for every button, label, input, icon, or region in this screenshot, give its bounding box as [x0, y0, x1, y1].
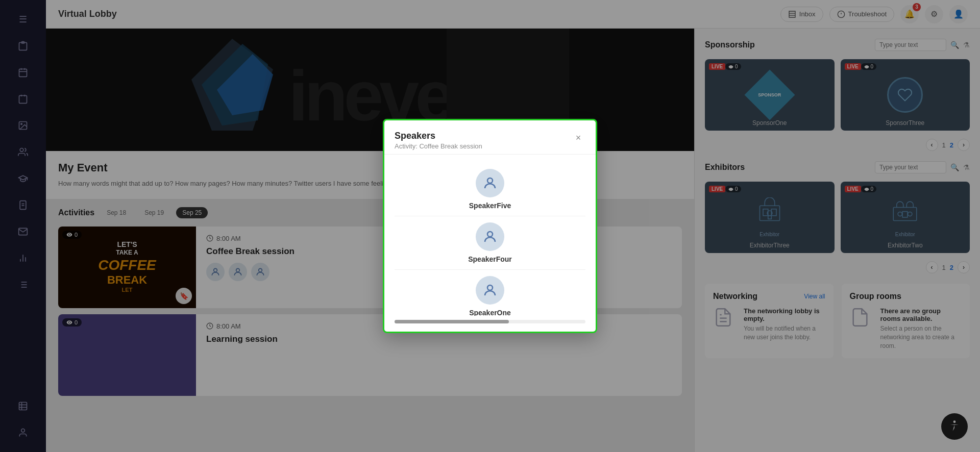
speaker-item-four: SpeakerFour [395, 216, 585, 270]
modal-title-area: Speakers Activity: Coffee Break session [395, 131, 482, 150]
modal-subtitle: Activity: Coffee Break session [395, 142, 482, 150]
svg-point-52 [487, 285, 493, 290]
speaker-one-name: SpeakerOne [469, 309, 511, 316]
speaker-five-avatar [476, 169, 504, 197]
speaker-four-avatar [476, 222, 504, 251]
speaker-item-one: SpeakerOne [395, 270, 585, 316]
modal-overlay[interactable]: Speakers Activity: Coffee Break session … [0, 0, 980, 452]
svg-point-51 [487, 232, 493, 237]
modal-title: Speakers [395, 131, 482, 141]
speakers-modal: Speakers Activity: Coffee Break session … [383, 119, 597, 333]
modal-header: Speakers Activity: Coffee Break session … [384, 120, 596, 155]
modal-scrollbar[interactable] [395, 320, 585, 323]
speaker-four-name: SpeakerFour [468, 255, 512, 263]
speaker-one-avatar [476, 276, 504, 305]
speaker-item-five: SpeakerFive [395, 163, 585, 216]
modal-scrollbar-thumb [395, 320, 509, 323]
svg-point-50 [487, 178, 493, 183]
modal-body: SpeakerFive SpeakerFour SpeakerOne [384, 155, 596, 316]
modal-close-button[interactable]: × [571, 131, 585, 145]
speaker-five-name: SpeakerFive [469, 202, 511, 210]
